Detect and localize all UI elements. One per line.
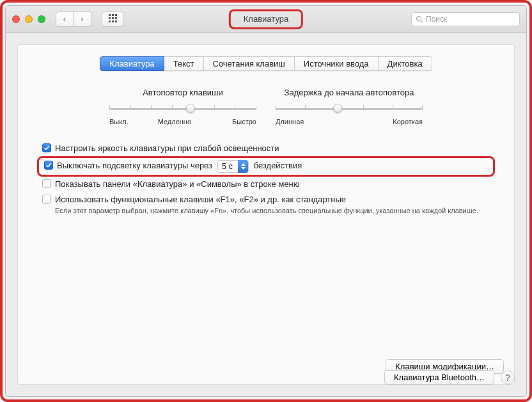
delay-knob[interactable] bbox=[333, 104, 342, 113]
check-icon bbox=[45, 162, 52, 168]
window-controls bbox=[12, 15, 45, 23]
close-button[interactable] bbox=[12, 15, 20, 23]
tab-dictation[interactable]: Диктовка bbox=[379, 56, 432, 71]
svg-point-0 bbox=[417, 16, 422, 21]
key-repeat-slider[interactable] bbox=[109, 101, 256, 117]
show-viewer-checkbox[interactable] bbox=[42, 179, 51, 188]
svg-line-1 bbox=[421, 20, 423, 22]
tab-bar: Клавиатура Текст Сочетания клавиш Источн… bbox=[18, 56, 514, 71]
idle-time-select[interactable]: 5 с bbox=[217, 160, 249, 173]
stepper-icon bbox=[238, 160, 248, 173]
highlight-frame: ‹ › Клавиатура Поиск Клавиатура Текст Со… bbox=[0, 0, 532, 402]
adjust-brightness-label: Настроить яркость клавиатуры при слабой … bbox=[55, 143, 279, 154]
key-repeat-labels: Выкл. Медленно Быстро bbox=[109, 118, 256, 125]
help-button[interactable]: ? bbox=[501, 371, 515, 385]
search-input[interactable]: Поиск bbox=[411, 12, 520, 26]
tab-input-sources[interactable]: Источники ввода bbox=[295, 56, 379, 71]
minimize-button[interactable] bbox=[25, 15, 33, 23]
show-viewer-label: Показывать панели «Клавиатура» и «Символ… bbox=[55, 179, 300, 190]
fn-keys-row: Использовать функциональные клавиши «F1»… bbox=[42, 192, 490, 217]
delay-slider[interactable] bbox=[276, 101, 423, 117]
zoom-button[interactable] bbox=[38, 15, 45, 23]
bluetooth-keyboard-button[interactable]: Клавиатура Bluetooth… bbox=[384, 370, 494, 385]
delay-box: Задержка до начала автоповтора Длинная К… bbox=[276, 88, 423, 125]
nav-buttons: ‹ › bbox=[56, 12, 91, 27]
fn-keys-hint: Если этот параметр выбран, нажмите клави… bbox=[55, 206, 478, 215]
grid-icon bbox=[109, 14, 117, 22]
fn-keys-checkbox[interactable] bbox=[42, 195, 51, 204]
checkbox-section: Настроить яркость клавиатуры при слабой … bbox=[42, 141, 490, 217]
window-title: Клавиатура bbox=[229, 9, 303, 29]
key-repeat-knob[interactable] bbox=[186, 104, 195, 113]
adjust-brightness-checkbox[interactable] bbox=[42, 143, 51, 152]
sliders-row: Автоповтор клавиши Выкл. Медленно Быстро… bbox=[52, 88, 480, 125]
delay-labels: Длинная Короткая bbox=[276, 118, 423, 125]
adjust-brightness-row: Настроить яркость клавиатуры при слабой … bbox=[42, 141, 490, 156]
tab-keyboard[interactable]: Клавиатура bbox=[100, 56, 164, 71]
search-icon bbox=[416, 15, 423, 23]
titlebar: ‹ › Клавиатура Поиск bbox=[6, 6, 526, 33]
fn-keys-label-wrap: Использовать функциональные клавиши «F1»… bbox=[55, 194, 478, 215]
turn-off-backlight-row: Выключать подсветку клавиатуры через 5 с… bbox=[37, 156, 495, 177]
content-panel: Клавиатура Текст Сочетания клавиш Источн… bbox=[17, 44, 515, 385]
tab-shortcuts[interactable]: Сочетания клавиш bbox=[204, 56, 295, 71]
bottom-bar: Клавиатура Bluetooth… ? bbox=[384, 370, 515, 385]
tab-text[interactable]: Текст bbox=[164, 56, 204, 71]
delay-title: Задержка до начала автоповтора bbox=[276, 88, 423, 97]
fn-keys-label: Использовать функциональные клавиши «F1»… bbox=[55, 194, 478, 205]
window-title-wrap: Клавиатура bbox=[229, 9, 303, 29]
turn-off-checkbox[interactable] bbox=[44, 161, 53, 170]
turn-off-label: Выключать подсветку клавиатуры через 5 с… bbox=[57, 160, 302, 173]
check-icon bbox=[43, 145, 50, 151]
key-repeat-title: Автоповтор клавиши bbox=[109, 88, 256, 97]
preferences-window: ‹ › Клавиатура Поиск Клавиатура Текст Со… bbox=[5, 5, 527, 397]
back-button[interactable]: ‹ bbox=[56, 12, 74, 27]
show-all-button[interactable] bbox=[102, 12, 123, 27]
forward-button[interactable]: › bbox=[74, 12, 91, 27]
show-viewer-row: Показывать панели «Клавиатура» и «Символ… bbox=[42, 177, 490, 192]
key-repeat-box: Автоповтор клавиши Выкл. Медленно Быстро bbox=[109, 88, 256, 125]
search-placeholder: Поиск bbox=[426, 15, 447, 24]
